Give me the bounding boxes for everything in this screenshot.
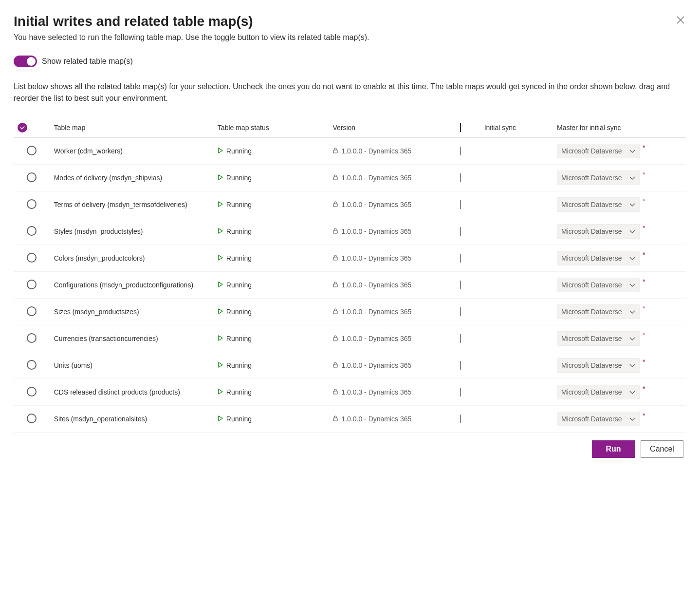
table-map-name: Colors (msdyn_productcolors) xyxy=(50,245,214,272)
table-row: Units (uoms)Running1.0.0.0 - Dynamics 36… xyxy=(14,352,686,379)
required-asterisk: * xyxy=(643,197,645,205)
table-map-name: Worker (cdm_workers) xyxy=(50,138,214,165)
table-row: Configurations (msdyn_productconfigurati… xyxy=(14,272,686,299)
chevron-down-icon xyxy=(629,361,635,369)
initial-sync-checkbox[interactable] xyxy=(460,307,461,316)
lock-icon xyxy=(332,361,338,370)
svg-rect-1 xyxy=(333,177,337,180)
initial-sync-checkbox[interactable] xyxy=(460,200,461,209)
row-select-radio[interactable] xyxy=(27,199,37,209)
initial-sync-checkbox[interactable] xyxy=(460,227,461,236)
row-select-radio[interactable] xyxy=(27,360,37,370)
lock-icon xyxy=(332,147,338,155)
table-map-name: Terms of delivery (msdyn_termsofdeliveri… xyxy=(50,191,214,218)
status-text: Running xyxy=(226,147,252,155)
master-dropdown[interactable]: Microsoft Dataverse xyxy=(557,385,640,399)
master-dropdown[interactable]: Microsoft Dataverse xyxy=(557,331,640,346)
master-dropdown-label: Microsoft Dataverse xyxy=(561,335,622,342)
svg-rect-4 xyxy=(333,257,337,260)
initial-sync-checkbox[interactable] xyxy=(460,334,461,343)
initial-sync-checkbox[interactable] xyxy=(460,415,461,423)
required-asterisk: * xyxy=(643,304,645,312)
version-text: 1.0.0.0 - Dynamics 365 xyxy=(341,415,411,423)
status-text: Running xyxy=(226,335,252,342)
initial-sync-checkbox[interactable] xyxy=(460,361,461,370)
row-select-radio[interactable] xyxy=(27,280,37,289)
status-text: Running xyxy=(226,254,252,262)
table-map-name: Units (uoms) xyxy=(50,352,214,379)
required-asterisk: * xyxy=(643,331,645,339)
required-asterisk: * xyxy=(643,412,645,419)
table-map-name: CDS released distinct products (products… xyxy=(50,379,214,406)
master-dropdown[interactable]: Microsoft Dataverse xyxy=(557,304,640,319)
play-icon xyxy=(218,227,223,235)
show-related-toggle[interactable] xyxy=(14,56,37,67)
table-row: CDS released distinct products (products… xyxy=(14,379,686,406)
master-dropdown[interactable]: Microsoft Dataverse xyxy=(557,144,640,158)
table-maps-table: Table map Table map status Version Initi… xyxy=(14,118,686,433)
table-row: Styles (msdyn_productstyles)Running1.0.0… xyxy=(14,218,686,245)
master-dropdown[interactable]: Microsoft Dataverse xyxy=(557,224,640,239)
row-select-radio[interactable] xyxy=(27,172,37,182)
version-text: 1.0.0.0 - Dynamics 365 xyxy=(341,254,411,262)
version-text: 1.0.0.0 - Dynamics 365 xyxy=(341,227,411,235)
required-asterisk: * xyxy=(643,144,645,151)
initial-sync-checkbox[interactable] xyxy=(460,254,461,263)
initial-sync-select-all[interactable] xyxy=(460,123,461,132)
row-select-radio[interactable] xyxy=(27,414,37,423)
required-asterisk: * xyxy=(643,385,645,393)
master-dropdown[interactable]: Microsoft Dataverse xyxy=(557,251,640,265)
lock-icon xyxy=(332,308,338,316)
svg-rect-9 xyxy=(333,391,337,394)
play-icon xyxy=(218,174,223,182)
chevron-down-icon xyxy=(629,227,635,235)
master-dropdown[interactable]: Microsoft Dataverse xyxy=(557,412,640,426)
play-icon xyxy=(218,335,223,342)
select-all-check[interactable] xyxy=(18,123,27,132)
run-button[interactable]: Run xyxy=(592,440,635,458)
svg-rect-8 xyxy=(333,364,337,367)
row-select-radio[interactable] xyxy=(27,387,37,396)
row-select-radio[interactable] xyxy=(27,306,37,316)
initial-sync-checkbox[interactable] xyxy=(460,388,461,396)
required-asterisk: * xyxy=(643,170,645,178)
lock-icon xyxy=(332,388,338,396)
status-text: Running xyxy=(226,201,252,208)
play-icon xyxy=(218,201,223,208)
initial-sync-checkbox[interactable] xyxy=(460,147,461,155)
row-select-radio[interactable] xyxy=(27,253,37,263)
master-dropdown[interactable]: Microsoft Dataverse xyxy=(557,170,640,185)
version-text: 1.0.0.0 - Dynamics 365 xyxy=(341,361,411,369)
master-dropdown-label: Microsoft Dataverse xyxy=(561,361,622,369)
row-select-radio[interactable] xyxy=(27,146,37,155)
close-icon[interactable] xyxy=(675,14,686,27)
lock-icon xyxy=(332,415,338,423)
version-text: 1.0.0.3 - Dynamics 365 xyxy=(341,388,411,396)
master-dropdown-label: Microsoft Dataverse xyxy=(561,227,622,235)
master-dropdown[interactable]: Microsoft Dataverse xyxy=(557,197,640,212)
initial-sync-checkbox[interactable] xyxy=(460,281,461,289)
initial-sync-checkbox[interactable] xyxy=(460,173,461,182)
play-icon xyxy=(218,308,223,316)
play-icon xyxy=(218,147,223,155)
table-row: Currencies (transactioncurrencies)Runnin… xyxy=(14,325,686,352)
table-map-name: Configurations (msdyn_productconfigurati… xyxy=(50,272,214,299)
col-header-version: Version xyxy=(329,118,456,138)
lock-icon xyxy=(332,254,338,263)
table-map-name: Currencies (transactioncurrencies) xyxy=(50,325,214,352)
master-dropdown[interactable]: Microsoft Dataverse xyxy=(557,278,640,292)
col-header-initial-sync: Initial sync xyxy=(480,118,553,138)
svg-rect-3 xyxy=(333,230,337,233)
status-text: Running xyxy=(226,415,252,423)
row-select-radio[interactable] xyxy=(27,226,37,236)
row-select-radio[interactable] xyxy=(27,333,37,343)
version-text: 1.0.0.0 - Dynamics 365 xyxy=(341,281,411,289)
cancel-button[interactable]: Cancel xyxy=(641,440,683,458)
status-text: Running xyxy=(226,174,252,182)
master-dropdown[interactable]: Microsoft Dataverse xyxy=(557,358,640,373)
table-row: Sites (msdyn_operationalsites)Running1.0… xyxy=(14,406,686,433)
table-row: Colors (msdyn_productcolors)Running1.0.0… xyxy=(14,245,686,272)
table-row: Sizes (msdyn_productsizes)Running1.0.0.0… xyxy=(14,299,686,325)
master-dropdown-label: Microsoft Dataverse xyxy=(561,174,622,182)
lock-icon xyxy=(332,174,338,182)
